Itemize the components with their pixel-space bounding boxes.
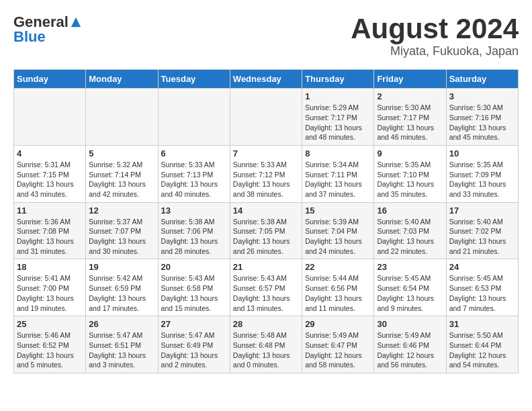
day-number: 26 (89, 319, 154, 329)
day-info: Sunrise: 5:44 AM Sunset: 6:56 PM Dayligh… (305, 273, 371, 313)
location: Miyata, Fukuoka, Japan (351, 44, 519, 58)
day-info: Sunrise: 5:30 AM Sunset: 7:16 PM Dayligh… (449, 103, 515, 142)
table-row: 27Sunrise: 5:47 AM Sunset: 6:49 PM Dayli… (158, 316, 230, 373)
day-number: 15 (305, 205, 371, 216)
day-info: Sunrise: 5:41 AM Sunset: 7:00 PM Dayligh… (17, 273, 83, 313)
day-number: 24 (449, 262, 515, 272)
col-wednesday: Wednesday (230, 70, 302, 89)
logo-blue-text: Blue (13, 28, 46, 46)
day-info: Sunrise: 5:49 AM Sunset: 6:47 PM Dayligh… (305, 330, 371, 370)
day-number: 9 (377, 148, 443, 158)
day-info: Sunrise: 5:29 AM Sunset: 7:17 PM Dayligh… (305, 103, 371, 142)
table-row: 13Sunrise: 5:38 AM Sunset: 7:06 PM Dayli… (158, 202, 230, 259)
day-info: Sunrise: 5:42 AM Sunset: 6:59 PM Dayligh… (89, 273, 154, 313)
day-info: Sunrise: 5:47 AM Sunset: 6:51 PM Dayligh… (89, 330, 154, 370)
calendar-body: 1Sunrise: 5:29 AM Sunset: 7:17 PM Daylig… (14, 89, 519, 373)
table-row: 23Sunrise: 5:45 AM Sunset: 6:54 PM Dayli… (374, 259, 446, 316)
day-number: 3 (449, 91, 515, 101)
table-row: 29Sunrise: 5:49 AM Sunset: 6:47 PM Dayli… (302, 316, 374, 373)
day-number: 23 (377, 262, 443, 272)
table-row: 19Sunrise: 5:42 AM Sunset: 6:59 PM Dayli… (86, 259, 158, 316)
day-info: Sunrise: 5:37 AM Sunset: 7:07 PM Dayligh… (89, 217, 154, 257)
calendar-week-2: 4Sunrise: 5:31 AM Sunset: 7:15 PM Daylig… (14, 145, 519, 202)
day-number: 6 (161, 148, 227, 158)
svg-marker-0 (71, 17, 81, 27)
day-info: Sunrise: 5:49 AM Sunset: 6:46 PM Dayligh… (377, 330, 443, 370)
month-title: August 2024 (351, 13, 519, 44)
calendar-week-1: 1Sunrise: 5:29 AM Sunset: 7:17 PM Daylig… (14, 89, 519, 146)
day-number: 11 (17, 205, 83, 216)
day-number: 28 (233, 319, 299, 329)
calendar-week-4: 18Sunrise: 5:41 AM Sunset: 7:00 PM Dayli… (14, 259, 519, 316)
table-row: 25Sunrise: 5:46 AM Sunset: 6:52 PM Dayli… (14, 316, 86, 373)
day-number: 25 (17, 319, 83, 329)
table-row (230, 89, 302, 146)
col-saturday: Saturday (446, 70, 518, 89)
table-row: 21Sunrise: 5:43 AM Sunset: 6:57 PM Dayli… (230, 259, 302, 316)
table-row: 10Sunrise: 5:35 AM Sunset: 7:09 PM Dayli… (446, 145, 518, 202)
logo: General Blue (13, 13, 82, 46)
table-row: 6Sunrise: 5:33 AM Sunset: 7:13 PM Daylig… (158, 145, 230, 202)
col-tuesday: Tuesday (158, 70, 230, 89)
day-number: 17 (449, 205, 515, 216)
calendar-week-3: 11Sunrise: 5:36 AM Sunset: 7:08 PM Dayli… (14, 202, 519, 259)
table-row: 24Sunrise: 5:45 AM Sunset: 6:53 PM Dayli… (446, 259, 518, 316)
day-info: Sunrise: 5:45 AM Sunset: 6:53 PM Dayligh… (449, 273, 515, 313)
day-number: 12 (89, 205, 154, 216)
day-number: 22 (305, 262, 371, 272)
day-number: 8 (305, 148, 371, 158)
table-row: 17Sunrise: 5:40 AM Sunset: 7:02 PM Dayli… (446, 202, 518, 259)
table-row: 1Sunrise: 5:29 AM Sunset: 7:17 PM Daylig… (302, 89, 374, 146)
day-info: Sunrise: 5:30 AM Sunset: 7:17 PM Dayligh… (377, 103, 443, 142)
calendar-table: Sunday Monday Tuesday Wednesday Thursday… (13, 69, 519, 373)
col-monday: Monday (86, 70, 158, 89)
table-row: 26Sunrise: 5:47 AM Sunset: 6:51 PM Dayli… (86, 316, 158, 373)
day-info: Sunrise: 5:33 AM Sunset: 7:12 PM Dayligh… (233, 160, 299, 199)
table-row: 18Sunrise: 5:41 AM Sunset: 7:00 PM Dayli… (14, 259, 86, 316)
table-row: 8Sunrise: 5:34 AM Sunset: 7:11 PM Daylig… (302, 145, 374, 202)
day-info: Sunrise: 5:45 AM Sunset: 6:54 PM Dayligh… (377, 273, 443, 313)
table-row: 15Sunrise: 5:39 AM Sunset: 7:04 PM Dayli… (302, 202, 374, 259)
day-info: Sunrise: 5:34 AM Sunset: 7:11 PM Dayligh… (305, 160, 371, 199)
table-row (86, 89, 158, 146)
day-info: Sunrise: 5:43 AM Sunset: 6:57 PM Dayligh… (233, 273, 299, 313)
col-thursday: Thursday (302, 70, 374, 89)
day-number: 16 (377, 205, 443, 216)
day-info: Sunrise: 5:38 AM Sunset: 7:06 PM Dayligh… (161, 217, 227, 257)
day-info: Sunrise: 5:32 AM Sunset: 7:14 PM Dayligh… (89, 160, 154, 199)
day-number: 29 (305, 319, 371, 329)
day-number: 20 (161, 262, 227, 272)
day-number: 13 (161, 205, 227, 216)
calendar-week-5: 25Sunrise: 5:46 AM Sunset: 6:52 PM Dayli… (14, 316, 519, 373)
table-row: 9Sunrise: 5:35 AM Sunset: 7:10 PM Daylig… (374, 145, 446, 202)
day-info: Sunrise: 5:43 AM Sunset: 6:58 PM Dayligh… (161, 273, 227, 313)
table-row: 28Sunrise: 5:48 AM Sunset: 6:48 PM Dayli… (230, 316, 302, 373)
day-number: 31 (449, 319, 515, 329)
table-row: 12Sunrise: 5:37 AM Sunset: 7:07 PM Dayli… (86, 202, 158, 259)
table-row: 22Sunrise: 5:44 AM Sunset: 6:56 PM Dayli… (302, 259, 374, 316)
day-number: 14 (233, 205, 299, 216)
day-info: Sunrise: 5:38 AM Sunset: 7:05 PM Dayligh… (233, 217, 299, 257)
day-number: 10 (449, 148, 515, 158)
logo-icon (70, 16, 82, 28)
table-row: 2Sunrise: 5:30 AM Sunset: 7:17 PM Daylig… (374, 89, 446, 146)
day-info: Sunrise: 5:36 AM Sunset: 7:08 PM Dayligh… (17, 217, 83, 257)
table-row: 3Sunrise: 5:30 AM Sunset: 7:16 PM Daylig… (446, 89, 518, 146)
day-number: 4 (17, 148, 83, 158)
day-number: 7 (233, 148, 299, 158)
table-row: 14Sunrise: 5:38 AM Sunset: 7:05 PM Dayli… (230, 202, 302, 259)
day-info: Sunrise: 5:40 AM Sunset: 7:03 PM Dayligh… (377, 217, 443, 257)
day-info: Sunrise: 5:40 AM Sunset: 7:02 PM Dayligh… (449, 217, 515, 257)
day-number: 21 (233, 262, 299, 272)
day-number: 2 (377, 91, 443, 101)
title-block: August 2024 Miyata, Fukuoka, Japan (351, 13, 519, 58)
day-number: 1 (305, 91, 371, 101)
table-row: 11Sunrise: 5:36 AM Sunset: 7:08 PM Dayli… (14, 202, 86, 259)
table-row (158, 89, 230, 146)
day-info: Sunrise: 5:47 AM Sunset: 6:49 PM Dayligh… (161, 330, 227, 370)
table-row: 4Sunrise: 5:31 AM Sunset: 7:15 PM Daylig… (14, 145, 86, 202)
page-header: General Blue August 2024 Miyata, Fukuoka… (13, 13, 519, 58)
weekday-header-row: Sunday Monday Tuesday Wednesday Thursday… (14, 70, 519, 89)
table-row: 31Sunrise: 5:50 AM Sunset: 6:44 PM Dayli… (446, 316, 518, 373)
col-friday: Friday (374, 70, 446, 89)
